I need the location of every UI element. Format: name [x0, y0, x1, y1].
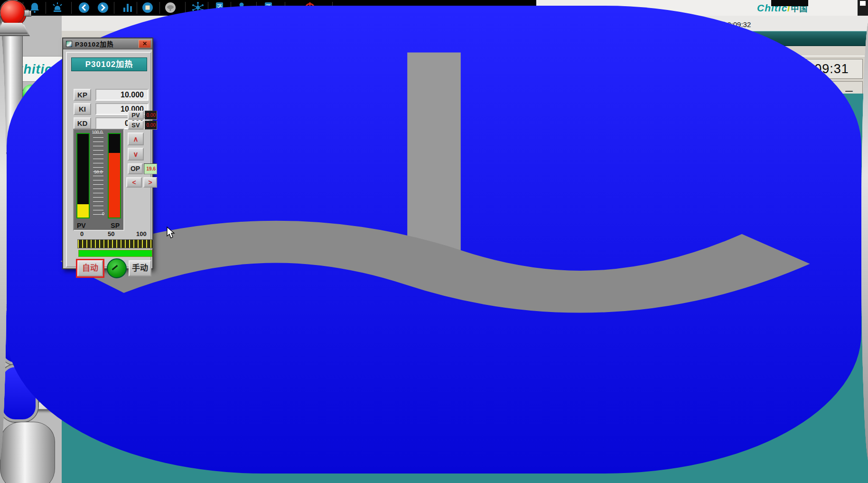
dialog-title: P30102加热	[75, 39, 139, 48]
decrement-button[interactable]: ∨	[128, 148, 144, 161]
op-label: OP	[128, 163, 143, 174]
faceplate-header: P30102加热	[71, 57, 147, 71]
scada-screen: Chitic/中国 用户名：工程师 当前时间：2021-04-26 12:09:…	[0, 0, 868, 483]
increment-button[interactable]: ∧	[128, 133, 144, 145]
sp-bar	[108, 133, 121, 218]
pump-body	[0, 0, 25, 25]
pid-kp-label: KP	[74, 89, 91, 101]
manual-mode-button[interactable]: 手动	[129, 260, 151, 276]
dialog-body: P30102加热 KP10.000KI10.000KD0.000 100.0 5…	[66, 52, 151, 267]
op-position-bar[interactable]	[78, 250, 152, 257]
close-icon[interactable]: ✕	[139, 40, 151, 48]
dialog-title-bar[interactable]: P30102加热 ✕	[63, 38, 152, 49]
op-left-button[interactable]: <	[126, 177, 142, 188]
pv-value: 0.00	[145, 111, 157, 120]
mode-knob[interactable]	[107, 258, 127, 278]
op-value: 19.6	[144, 163, 157, 174]
pv-bar	[76, 133, 90, 218]
pid-kp-value[interactable]: 10.000	[95, 89, 149, 101]
op-right-button[interactable]: >	[143, 177, 157, 188]
reactor-R30101[interactable]	[0, 422, 55, 483]
dialog-icon	[66, 41, 72, 47]
pv-label: PV	[128, 111, 144, 120]
pid-ki-label: KI	[74, 103, 91, 115]
pid-kd-label: KD	[74, 117, 91, 129]
sv-label: SV	[128, 121, 144, 130]
pid-faceplate-dialog[interactable]: P30102加热 ✕ P30102加热 KP10.000KI10.000KD0.…	[62, 38, 153, 269]
sv-value: 0.00	[145, 121, 157, 130]
mouse-cursor	[166, 227, 177, 239]
bar-scale	[93, 133, 103, 218]
pv-sp-bargraph: 100.0 50.0 0 PV SP	[73, 129, 124, 231]
auto-mode-button[interactable]: 自动	[77, 260, 103, 276]
op-ruler	[77, 239, 153, 248]
